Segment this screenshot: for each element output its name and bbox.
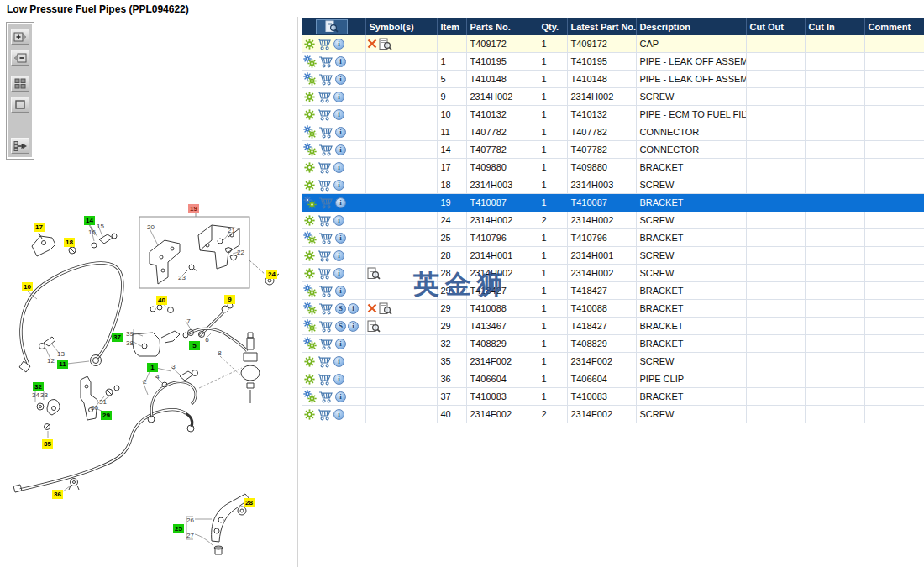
symbols-cell[interactable] bbox=[365, 353, 437, 370]
callout-36[interactable]: 36 bbox=[52, 490, 63, 499]
gear-icon[interactable] bbox=[303, 373, 315, 385]
symbols-cell[interactable] bbox=[365, 229, 437, 247]
cart-icon[interactable] bbox=[318, 73, 333, 86]
cart-icon[interactable] bbox=[317, 38, 332, 50]
linked-gear-icon[interactable] bbox=[303, 302, 317, 315]
column-header-qty[interactable]: Qty. bbox=[538, 18, 567, 35]
cart-icon[interactable] bbox=[317, 179, 332, 192]
linked-gear-icon[interactable] bbox=[303, 231, 317, 244]
symbols-cell[interactable] bbox=[365, 370, 437, 388]
symbols-cell[interactable] bbox=[365, 282, 437, 300]
cart-icon[interactable] bbox=[318, 338, 333, 350]
table-row[interactable]: i5T4101481T410148PIPE - LEAK OFF ASSEMBL… bbox=[302, 71, 924, 88]
callout-14[interactable]: 14 bbox=[84, 216, 95, 225]
row-actions-cell[interactable]: Si bbox=[302, 318, 365, 335]
table-row[interactable]: i29T4184271T418427BRACKET bbox=[302, 282, 924, 300]
cart-icon[interactable] bbox=[317, 249, 332, 262]
column-header-icons[interactable] bbox=[302, 18, 365, 35]
gear-icon[interactable] bbox=[303, 161, 315, 173]
column-header-description[interactable]: Description bbox=[636, 18, 746, 35]
table-row[interactable]: i282314H00212314H002SCREW bbox=[302, 265, 924, 282]
callout-37[interactable]: 37 bbox=[112, 333, 123, 342]
callout-29[interactable]: 29 bbox=[101, 411, 112, 420]
cart-icon[interactable] bbox=[318, 197, 333, 209]
cart-icon[interactable] bbox=[318, 232, 333, 244]
linked-gear-icon[interactable] bbox=[303, 125, 317, 139]
table-row[interactable]: i10T4101321T410132PIPE - ECM TO FUEL FIL… bbox=[302, 106, 924, 123]
info-icon[interactable]: i bbox=[333, 268, 344, 279]
symbols-cell[interactable] bbox=[365, 106, 437, 123]
gear-icon[interactable] bbox=[303, 214, 315, 226]
info-icon[interactable]: i bbox=[333, 250, 344, 261]
cart-icon[interactable] bbox=[318, 144, 333, 156]
row-actions-cell[interactable]: i bbox=[302, 335, 365, 353]
linked-gear-icon[interactable] bbox=[303, 55, 317, 68]
row-actions-cell[interactable]: i bbox=[302, 141, 365, 159]
info-icon[interactable]: i bbox=[335, 286, 346, 297]
table-row[interactable]: i242314H00222314H002SCREW bbox=[302, 212, 924, 229]
row-actions-cell[interactable]: i bbox=[302, 176, 365, 194]
row-actions-cell[interactable]: i bbox=[302, 388, 365, 406]
info-icon[interactable]: i bbox=[335, 74, 346, 85]
supersession-badge[interactable]: S bbox=[335, 321, 346, 332]
illustration-panel[interactable]: 1718102440935362814113753229125191516131… bbox=[0, 17, 297, 567]
delete-symbol-icon[interactable] bbox=[367, 39, 377, 49]
symbols-cell[interactable] bbox=[365, 335, 437, 353]
info-icon[interactable]: i bbox=[333, 109, 344, 120]
gear-icon[interactable] bbox=[303, 38, 315, 50]
callout-35[interactable]: 35 bbox=[42, 439, 53, 449]
linked-gear-icon[interactable] bbox=[303, 319, 317, 333]
view-document-icon[interactable] bbox=[367, 267, 381, 280]
table-row[interactable]: i36T4066041T406604PIPE CLIP bbox=[302, 370, 924, 388]
row-actions-cell[interactable]: Si bbox=[302, 300, 365, 318]
callout-19[interactable]: 19 bbox=[188, 204, 199, 213]
info-icon[interactable]: i bbox=[333, 215, 344, 226]
column-header-latest-part-no[interactable]: Latest Part No. bbox=[567, 18, 636, 35]
supersession-badge[interactable]: S bbox=[335, 303, 346, 314]
info-icon[interactable]: i bbox=[333, 180, 344, 191]
gear-icon[interactable] bbox=[303, 249, 315, 261]
table-row[interactable]: i19T4100871T410087BRACKET bbox=[302, 194, 924, 212]
table-row[interactable]: i17T4098801T409880BRACKET bbox=[302, 159, 924, 176]
table-row[interactable]: Si29T4100881T410088BRACKET bbox=[302, 300, 924, 318]
table-row[interactable]: i11T4077821T407782CONNECTOR bbox=[302, 123, 924, 141]
row-actions-cell[interactable]: i bbox=[302, 35, 365, 53]
linked-gear-icon[interactable] bbox=[303, 196, 317, 209]
view-document-icon[interactable] bbox=[379, 302, 392, 315]
symbols-cell[interactable] bbox=[365, 176, 437, 194]
row-actions-cell[interactable]: i bbox=[302, 370, 365, 388]
info-icon[interactable]: i bbox=[333, 39, 344, 50]
info-icon[interactable]: i bbox=[335, 56, 346, 67]
callout-24[interactable]: 24 bbox=[266, 270, 277, 279]
callout-1[interactable]: 1 bbox=[147, 363, 158, 372]
table-row[interactable]: i1T4101951T410195PIPE - LEAK OFF ASSEMBL… bbox=[302, 53, 924, 71]
symbols-cell[interactable] bbox=[365, 88, 437, 106]
gear-icon[interactable] bbox=[303, 91, 315, 102]
info-icon[interactable]: i bbox=[335, 127, 346, 138]
symbols-cell[interactable] bbox=[365, 71, 437, 88]
cart-icon[interactable] bbox=[317, 408, 332, 421]
row-actions-cell[interactable]: i bbox=[302, 282, 365, 300]
table-row[interactable]: i92314H00212314H002SCREW bbox=[302, 88, 924, 106]
row-actions-cell[interactable]: i bbox=[302, 247, 365, 265]
callout-28[interactable]: 28 bbox=[244, 498, 255, 507]
cart-icon[interactable] bbox=[318, 302, 333, 315]
callout-25[interactable]: 25 bbox=[173, 524, 184, 533]
column-header-parts-no[interactable]: Parts No. bbox=[466, 18, 538, 35]
cart-icon[interactable] bbox=[318, 391, 333, 403]
table-row[interactable]: i282314H00112314H001SCREW bbox=[302, 247, 924, 265]
row-actions-cell[interactable]: i bbox=[302, 71, 365, 88]
table-row[interactable]: i352314F00212314F002SCREW bbox=[302, 353, 924, 370]
table-row[interactable]: i37T4100831T410083BRACKET bbox=[302, 388, 924, 406]
row-actions-cell[interactable]: i bbox=[302, 406, 365, 423]
callout-5[interactable]: 5 bbox=[189, 341, 200, 350]
cart-icon[interactable] bbox=[317, 161, 332, 174]
cart-icon[interactable] bbox=[317, 355, 332, 368]
row-actions-cell[interactable]: i bbox=[302, 212, 365, 229]
info-icon[interactable]: i bbox=[333, 374, 344, 385]
callout-11[interactable]: 11 bbox=[57, 360, 68, 369]
column-header-cut-in[interactable]: Cut In bbox=[805, 18, 864, 35]
table-row[interactable]: i32T4088291T408829BRACKET bbox=[302, 335, 924, 353]
info-icon[interactable]: i bbox=[335, 391, 346, 402]
linked-gear-icon[interactable] bbox=[303, 390, 317, 403]
